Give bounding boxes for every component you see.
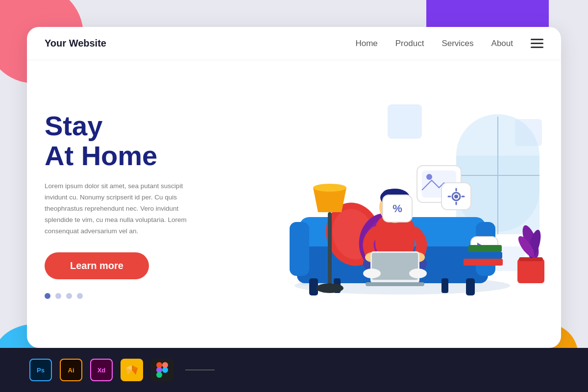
pagination-dots <box>45 293 250 299</box>
nav-services[interactable]: Services <box>441 39 473 49</box>
nav-home[interactable]: Home <box>355 39 377 49</box>
illustrator-badge: Ai <box>60 359 82 381</box>
xd-badge: Xd <box>90 359 113 381</box>
dot-3[interactable] <box>66 293 72 299</box>
svg-rect-53 <box>468 245 502 252</box>
hero-title-line2: At Home <box>45 140 157 171</box>
bottom-toolbar: Ps Ai Xd <box>0 348 588 392</box>
navbar: Your Website Home Product Services About <box>27 27 561 60</box>
nav-about[interactable]: About <box>491 39 513 49</box>
dot-2[interactable] <box>55 293 61 299</box>
svg-rect-14 <box>466 278 475 295</box>
svg-point-69 <box>162 367 168 373</box>
svg-point-44 <box>454 195 458 198</box>
svg-rect-0 <box>388 104 422 139</box>
hero-illustration: % <box>250 60 561 344</box>
svg-text:%: % <box>392 202 402 215</box>
nav-product[interactable]: Product <box>395 39 424 49</box>
figma-badge <box>151 359 173 381</box>
svg-rect-54 <box>517 259 544 283</box>
svg-point-39 <box>426 174 432 180</box>
dot-1[interactable] <box>45 293 50 299</box>
hero-section: Stay At Home Lorem ipsum dolor sit amet,… <box>27 60 561 344</box>
hamburger-line-1 <box>531 39 543 40</box>
illustration-svg: % <box>250 90 561 315</box>
svg-rect-52 <box>466 252 502 259</box>
svg-point-36 <box>313 184 346 192</box>
nav-links: Home Product Services About <box>355 39 513 49</box>
photoshop-badge: Ps <box>29 359 52 381</box>
svg-point-34 <box>316 283 343 293</box>
svg-rect-27 <box>366 282 424 286</box>
svg-rect-11 <box>290 222 309 276</box>
svg-point-31 <box>363 269 381 278</box>
logo: Your Website <box>45 38 355 49</box>
main-card: Your Website Home Product Services About… <box>27 27 561 348</box>
hamburger-line-3 <box>531 47 543 48</box>
svg-point-32 <box>409 269 427 278</box>
hero-title-line1: Stay <box>45 110 102 141</box>
hero-title: Stay At Home <box>45 111 250 171</box>
dot-4[interactable] <box>77 293 83 299</box>
svg-rect-68 <box>156 372 162 378</box>
toolbar-divider <box>185 369 215 370</box>
hamburger-menu[interactable] <box>531 39 543 48</box>
sketch-badge <box>121 359 143 381</box>
hero-description: Lorem ipsum dolor sit amet, sea putant s… <box>45 181 206 237</box>
hero-left: Stay At Home Lorem ipsum dolor sit amet,… <box>45 106 250 299</box>
svg-rect-51 <box>464 259 503 266</box>
svg-rect-16 <box>441 278 448 293</box>
svg-rect-33 <box>328 212 332 288</box>
hamburger-line-2 <box>531 43 543 44</box>
learn-more-button[interactable]: Learn more <box>45 252 149 279</box>
